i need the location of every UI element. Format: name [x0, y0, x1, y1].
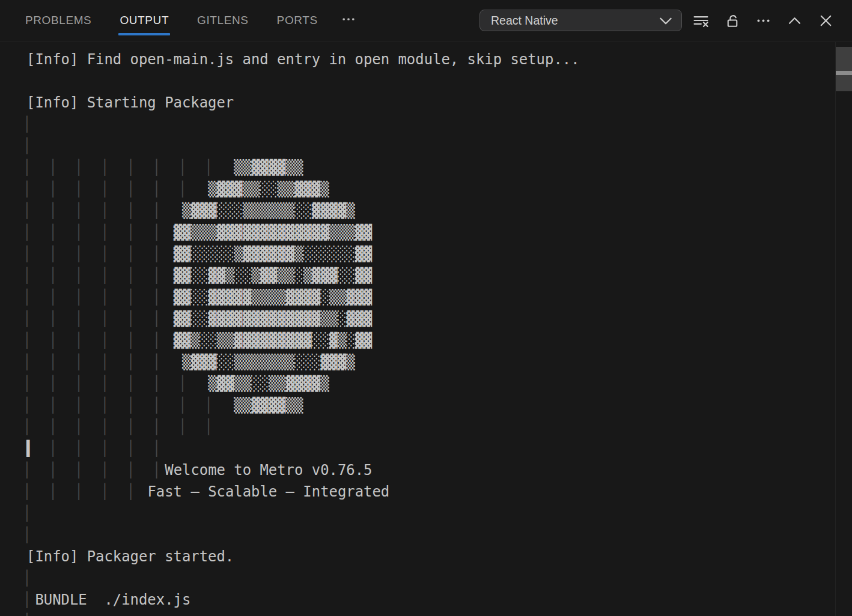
panel-actions	[692, 12, 834, 29]
output-channel-select[interactable]: React Native	[479, 10, 682, 31]
output-panel: [Info] Find open-main.js and entry in op…	[0, 42, 852, 616]
tab-ports[interactable]: PORTS	[277, 0, 318, 41]
scrollbar-thumb[interactable]	[836, 47, 852, 91]
vertical-scrollbar[interactable]	[835, 42, 852, 616]
chevron-up-icon	[787, 13, 803, 29]
close-icon	[818, 13, 834, 29]
tab-gitlens[interactable]: GITLENS	[197, 0, 249, 41]
maximize-panel-button[interactable]	[786, 12, 803, 29]
chevron-down-icon	[660, 14, 672, 28]
unlock-icon	[724, 13, 740, 29]
tab-output[interactable]: OUTPUT	[120, 0, 169, 41]
scrollbar-overview-marker	[836, 71, 852, 75]
more-tabs-button[interactable]	[341, 11, 356, 29]
ellipsis-icon	[341, 11, 356, 29]
panel-header: PROBLEMS OUTPUT GITLENS PORTS React Nati…	[0, 0, 852, 41]
tab-problems[interactable]: PROBLEMS	[25, 0, 91, 41]
output-channel-value: React Native	[491, 14, 660, 28]
close-panel-button[interactable]	[817, 12, 834, 29]
more-actions-icon	[755, 13, 771, 29]
output-log: [Info] Find open-main.js and entry in op…	[0, 42, 852, 616]
clear-output-icon	[693, 13, 709, 29]
more-actions-button[interactable]	[755, 12, 771, 29]
clear-output-button[interactable]	[692, 12, 709, 29]
lock-scrolling-button[interactable]	[723, 12, 740, 29]
panel-tabs: PROBLEMS OUTPUT GITLENS PORTS	[25, 0, 318, 41]
